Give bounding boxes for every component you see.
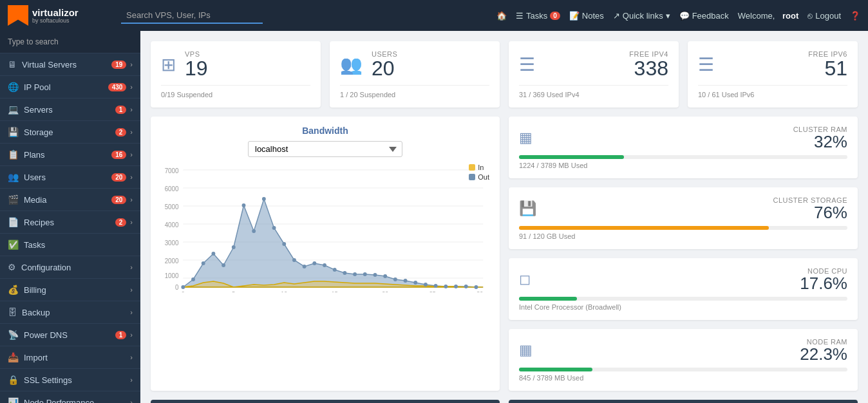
sidebar-label-storage: Storage [24, 127, 115, 137]
users-value: 20 [372, 58, 489, 79]
logout-nav[interactable]: ⎋ Logout [807, 11, 841, 21]
node-cpu-icon: ◻ [519, 271, 531, 288]
sidebar-icon-ip-pool: 🌐 [8, 82, 19, 92]
sidebar-label-power-dns: Power DNS [24, 330, 115, 340]
layout: Type to search 🖥 Virtual Servers 19 › 🌐 … [0, 31, 868, 403]
notes-nav[interactable]: 📝 Notes [569, 11, 604, 21]
sidebar-label-plans: Plans [24, 150, 111, 160]
sidebar-item-ip-pool[interactable]: 🌐 IP Pool 430 › [0, 76, 140, 98]
stat-ipv4: ☰ Free IPv4 338 31 / 369 Used IPv4 [509, 41, 679, 108]
cluster-ram-card: ▦ CLUSTER RAM 32% 1224 / 3789 MB Used [509, 117, 858, 178]
sidebar-item-plans[interactable]: 📋 Plans 16 › [0, 144, 140, 166]
stat-ipv6: ☰ Free IPv6 51 10 / 61 Used IPv6 [688, 41, 858, 108]
sidebar-icon-plans: 📋 [8, 149, 19, 160]
users-sub: 1 / 20 Suspended [340, 91, 489, 98]
sidebar-item-backup[interactable]: 🗄 Backup › [0, 301, 140, 324]
stat-row: ⊞ VPS 19 0/19 Suspended 👥 USERS 20 [151, 41, 858, 108]
sidebar-icon-tasks: ✅ [8, 239, 19, 250]
svg-point-27 [202, 261, 205, 265]
legend-in-label: In [478, 164, 484, 171]
legend-in: In [469, 164, 489, 171]
ipv6-value: 51 [723, 58, 847, 79]
cluster-ram-icon: ▦ [519, 129, 533, 146]
bandwidth-select[interactable]: localhost [248, 141, 402, 157]
quicklinks-nav-label: Quick links [623, 11, 663, 21]
legend-in-dot [469, 164, 475, 171]
sidebar-label-ssl-settings: SSL Settings [24, 375, 130, 385]
cluster-ram-progress-fill [519, 155, 624, 159]
notes-nav-label: Notes [582, 11, 604, 21]
svg-text:0: 0 [182, 290, 185, 292]
sidebar-arrow-node-performance: › [130, 398, 133, 403]
svg-text:7000: 7000 [165, 167, 179, 174]
node-ram-icon: ▦ [519, 342, 533, 359]
sidebar-arrow-configuration: › [130, 263, 133, 271]
sidebar-badge-storage: 2 [115, 128, 127, 136]
svg-point-36 [292, 258, 296, 262]
sidebar-item-tasks[interactable]: ✅ Tasks [0, 234, 140, 256]
welcome-user: root [782, 11, 798, 21]
logo: virtualizor by softaculous [8, 5, 111, 26]
ipv6-icon: ☰ [698, 54, 714, 75]
cluster-storage-value: 76% [545, 204, 847, 221]
sidebar-item-virtual-servers[interactable]: 🖥 Virtual Servers 19 › [0, 53, 140, 76]
sidebar-item-ssl-settings[interactable]: 🔒 SSL Settings › [0, 369, 140, 391]
svg-text:15: 15 [332, 290, 338, 292]
sidebar-item-recipes[interactable]: 📄 Recipes 2 › [0, 211, 140, 234]
svg-text:1000: 1000 [165, 272, 179, 279]
sidebar-label-servers: Servers [24, 105, 115, 115]
sidebar-item-storage[interactable]: 💾 Storage 2 › [0, 121, 140, 144]
cluster-ram-sub: 1224 / 3789 MB Used [519, 162, 847, 169]
sidebar-arrow-plans: › [130, 151, 133, 158]
quicklinks-nav[interactable]: ↗ Quick links ▾ [613, 11, 670, 21]
sidebar-arrow-recipes: › [130, 218, 133, 226]
svg-text:5000: 5000 [165, 203, 179, 211]
sidebar-label-billing: Billing [24, 285, 130, 295]
svg-text:0: 0 [175, 284, 179, 291]
sidebar-icon-recipes: 📄 [8, 217, 19, 227]
sidebar-item-media[interactable]: 🎬 Media 20 › [0, 189, 140, 211]
sidebar-badge-servers: 1 [115, 106, 127, 114]
svg-point-38 [312, 261, 316, 265]
sidebar-badge-power-dns: 1 [115, 331, 127, 339]
svg-text:4000: 4000 [165, 221, 179, 229]
sidebar-item-users[interactable]: 👥 Users 20 › [0, 166, 140, 189]
sidebar-item-import[interactable]: 📥 Import › [0, 346, 140, 369]
node-cpu-value: 17.6% [540, 275, 847, 292]
sidebar-badge-media: 20 [111, 196, 126, 204]
svg-point-45 [383, 274, 387, 278]
svg-point-32 [252, 229, 256, 233]
chart-legend: In Out [469, 164, 489, 181]
svg-point-25 [181, 285, 185, 289]
vps-value: 19 [185, 58, 310, 79]
feedback-nav-label: Feedback [692, 11, 729, 21]
cluster-storage-sub: 91 / 120 GB Used [519, 232, 847, 240]
sidebar-label-import: Import [24, 353, 130, 362]
sidebar-arrow-backup: › [130, 308, 133, 316]
sidebar-arrow-import: › [130, 353, 133, 361]
sidebar-search-label: Type to search [0, 31, 140, 53]
server-status-panel: Server Status (1/1 Online) ⊟ # Server VP… [151, 400, 500, 403]
tasks-nav[interactable]: ☰ Tasks 0 [516, 11, 560, 21]
sidebar-item-power-dns[interactable]: 📡 Power DNS 1 › [0, 324, 140, 346]
sidebar-items: 🖥 Virtual Servers 19 › 🌐 IP Pool 430 › 💻… [0, 53, 140, 403]
help-nav[interactable]: ❓ [850, 11, 860, 21]
sidebar-arrow-users: › [130, 173, 133, 181]
feedback-nav[interactable]: 💬 Feedback [679, 11, 729, 21]
sidebar-item-servers[interactable]: 💻 Servers 1 › [0, 98, 140, 121]
sidebar-icon-servers: 💻 [8, 104, 19, 115]
svg-point-31 [242, 203, 246, 207]
bottom-row: Server Status (1/1 Online) ⊟ # Server VP… [151, 400, 858, 403]
search-input[interactable] [121, 8, 263, 24]
home-nav[interactable]: 🏠 [496, 11, 507, 21]
svg-text:30: 30 [476, 290, 483, 292]
main-content: ⊞ VPS 19 0/19 Suspended 👥 USERS 20 [140, 31, 868, 403]
sidebar-icon-power-dns: 📡 [8, 330, 19, 340]
sidebar-item-configuration[interactable]: ⚙ Configuration › [0, 256, 140, 279]
sidebar-item-billing[interactable]: 💰 Billing › [0, 279, 140, 301]
users-icon: 👥 [340, 54, 363, 75]
sidebar-item-node-performance[interactable]: 📊 Node Performance › [0, 391, 140, 403]
sidebar-label-recipes: Recipes [24, 218, 115, 227]
sidebar-icon-node-performance: 📊 [8, 397, 19, 403]
svg-point-51 [444, 285, 448, 288]
